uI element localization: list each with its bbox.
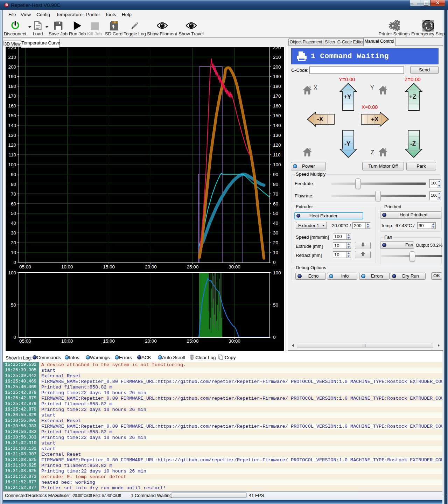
svg-text:30:00: 30:00 (229, 338, 240, 344)
svg-text:10: 10 (273, 250, 278, 255)
svg-text:100: 100 (8, 162, 16, 167)
svg-text:15:00: 15:00 (103, 338, 115, 344)
svg-text:100: 100 (273, 162, 281, 167)
svg-text:10:00: 10:00 (61, 264, 73, 270)
svg-text:190: 190 (273, 74, 281, 79)
svg-text:20: 20 (273, 240, 278, 245)
svg-text:40: 40 (273, 220, 278, 226)
svg-text:50: 50 (273, 302, 278, 308)
svg-text:130: 130 (273, 133, 281, 138)
svg-text:140: 140 (273, 123, 281, 128)
svg-text:100: 100 (273, 270, 281, 275)
svg-text:20:00: 20:00 (145, 264, 157, 270)
svg-text:0: 0 (273, 260, 276, 265)
svg-text:30: 30 (11, 230, 16, 236)
svg-text:05:00: 05:00 (19, 338, 31, 344)
svg-text:20: 20 (11, 240, 16, 245)
svg-text:220: 220 (8, 47, 16, 50)
svg-text:10:00: 10:00 (61, 338, 73, 344)
svg-text:170: 170 (273, 93, 281, 99)
svg-text:90: 90 (273, 172, 278, 177)
svg-text:180: 180 (273, 84, 281, 89)
svg-text:160: 160 (273, 103, 281, 108)
svg-text:30: 30 (273, 230, 278, 236)
svg-text:05:00: 05:00 (19, 264, 31, 270)
svg-text:140: 140 (8, 123, 16, 128)
svg-text:130: 130 (8, 133, 16, 138)
svg-text:25:00: 25:00 (187, 338, 199, 344)
svg-text:220: 220 (273, 47, 281, 50)
svg-text:25:00: 25:00 (187, 264, 199, 270)
svg-text:110: 110 (273, 152, 281, 158)
svg-text:170: 170 (8, 93, 16, 99)
svg-text:50: 50 (273, 211, 278, 216)
svg-text:15:00: 15:00 (103, 264, 115, 270)
svg-text:190: 190 (8, 74, 16, 79)
svg-text:200: 200 (273, 64, 281, 70)
svg-text:0: 0 (13, 260, 16, 265)
svg-text:70: 70 (11, 191, 16, 197)
svg-text:10: 10 (11, 250, 16, 255)
svg-text:50: 50 (11, 302, 16, 308)
svg-text:60: 60 (273, 201, 278, 206)
svg-text:30:00: 30:00 (229, 264, 240, 270)
svg-text:150: 150 (8, 113, 16, 118)
svg-text:50: 50 (11, 211, 16, 216)
svg-text:200: 200 (8, 64, 16, 70)
svg-text:210: 210 (273, 55, 281, 60)
svg-text:20:00: 20:00 (145, 338, 157, 344)
svg-text:210: 210 (8, 55, 16, 60)
svg-text:110: 110 (8, 152, 16, 158)
svg-text:70: 70 (273, 191, 278, 197)
svg-text:0: 0 (273, 335, 276, 340)
svg-text:160: 160 (8, 103, 16, 108)
svg-text:40: 40 (11, 220, 16, 226)
svg-text:90: 90 (11, 172, 16, 177)
svg-text:0: 0 (13, 335, 16, 340)
svg-text:60: 60 (11, 201, 16, 206)
svg-text:80: 80 (11, 182, 16, 187)
svg-text:120: 120 (273, 142, 281, 148)
svg-text:120: 120 (8, 142, 16, 148)
svg-text:150: 150 (273, 113, 281, 118)
svg-text:100: 100 (8, 270, 16, 275)
svg-text:80: 80 (273, 182, 278, 187)
svg-text:180: 180 (8, 84, 16, 89)
